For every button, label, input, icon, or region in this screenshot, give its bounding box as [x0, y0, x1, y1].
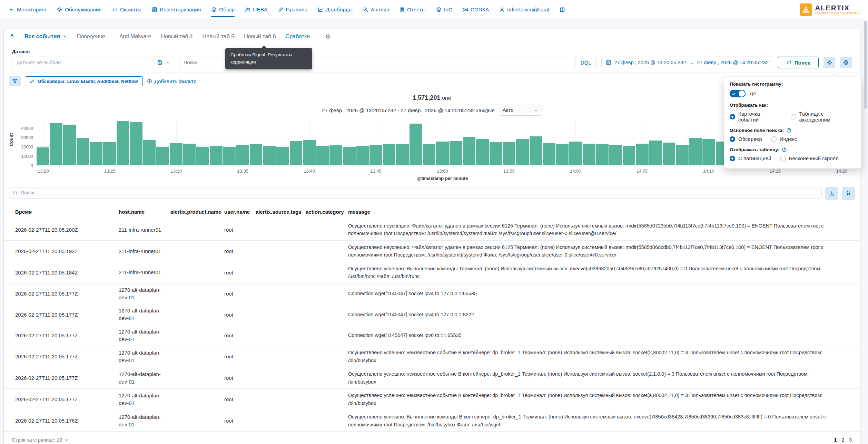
table-row[interactable]: 2026-02-27T11:20:05.177Z1270-alt-datapla… [4, 346, 860, 367]
column-header[interactable]: host.name [119, 209, 170, 215]
column-header[interactable]: action.category [306, 209, 348, 215]
nav-item-rules[interactable]: Правила [278, 0, 307, 19]
filter-pill[interactable]: Обсерверы: Linux Elastic Auditbeat, Netf… [25, 76, 143, 86]
histogram-bar[interactable] [676, 145, 689, 165]
interval-select[interactable]: Авто [499, 105, 542, 116]
nav-item-inventory[interactable]: Инвентаризация [152, 0, 201, 19]
tab-anti-malware[interactable]: Anti Malware [119, 33, 151, 40]
histogram-bar[interactable] [623, 146, 635, 165]
histogram-bar[interactable] [436, 142, 449, 165]
histogram-bar[interactable] [130, 122, 142, 165]
histogram-bar[interactable] [117, 121, 129, 165]
scrollbar-thumb[interactable] [864, 21, 867, 109]
histogram-bar[interactable] [183, 144, 196, 165]
histogram-bar[interactable] [63, 125, 76, 165]
rows-per-page-button[interactable]: Строк на странице: 10 [12, 437, 69, 443]
tab-tab5[interactable]: Новый таб 5 [203, 33, 234, 40]
nav-item-ueba[interactable]: UEBA [245, 0, 267, 19]
column-header[interactable]: user.name [224, 209, 256, 215]
histogram-bar[interactable] [103, 142, 116, 165]
nav-item-ioc[interactable]: IoC [436, 0, 452, 19]
histogram-bar[interactable] [423, 144, 436, 165]
table-row[interactable]: 2026-02-27T11:20:05.176Z1270-alt-datapla… [4, 410, 860, 432]
histogram-bar[interactable] [689, 138, 702, 165]
tab-tab6[interactable]: Новый таб 6 [244, 33, 276, 40]
histogram-bar[interactable] [276, 147, 289, 165]
nav-item-sopka[interactable]: СОПКА [463, 0, 489, 19]
histogram-bar[interactable] [143, 140, 156, 165]
results-search[interactable] [9, 187, 822, 199]
histogram-bar[interactable] [463, 137, 476, 165]
date-end[interactable]: 27 февр., 2026 @ 14:20:05:232 [697, 60, 769, 65]
histogram-bar[interactable] [250, 144, 263, 165]
histogram-bar[interactable] [609, 145, 622, 165]
results-search-input[interactable] [21, 190, 818, 195]
filter-menu-button[interactable] [9, 76, 21, 86]
nav-item-overview[interactable]: Обзор [211, 0, 235, 19]
table-row[interactable]: 2026-02-27T11:20:05.177Z1270-alt-datapla… [4, 389, 860, 410]
inspect-button[interactable] [840, 57, 852, 68]
histogram-bar[interactable] [556, 144, 569, 165]
nav-item-analysis[interactable]: Анализ [363, 0, 389, 19]
column-header[interactable]: alertix.source.tags [256, 209, 306, 215]
histogram-bar[interactable] [37, 147, 49, 165]
histogram-bar[interactable] [649, 141, 662, 165]
date-start[interactable]: 27 февр., 2026 @ 13:20:05:232 [614, 60, 686, 65]
histogram-bar[interactable] [223, 147, 236, 165]
export-button[interactable] [825, 187, 838, 200]
histogram-bar[interactable] [383, 144, 396, 165]
page-button[interactable]: 2 [841, 437, 844, 443]
settings-button[interactable] [823, 57, 835, 68]
nav-item-account[interactable]: odintsovim@local [499, 0, 549, 19]
chevron-down-icon[interactable] [166, 60, 170, 65]
histogram-bar[interactable] [490, 142, 502, 165]
column-header[interactable]: message [348, 209, 839, 215]
histogram-bar[interactable] [369, 145, 382, 165]
search-field-option[interactable]: Индекс [771, 136, 797, 142]
histogram-bar[interactable] [170, 143, 183, 165]
help-icon[interactable] [786, 128, 791, 133]
tab-behavioral[interactable]: Поведенче... [77, 33, 110, 40]
display-as-option[interactable]: Таблица с аккордеоном [791, 111, 856, 123]
histogram-bar[interactable] [543, 143, 555, 165]
histogram-bar[interactable] [663, 143, 675, 165]
tab-all-events[interactable]: Все события [24, 33, 67, 40]
histogram-bar[interactable] [636, 144, 649, 165]
help-icon[interactable] [782, 147, 787, 152]
table-mode-option[interactable]: Бесконечный скролл [780, 155, 839, 161]
table-row[interactable]: 2026-02-27T11:20:05.184Z211-infra-runner… [4, 262, 860, 283]
page-button[interactable]: 1 [834, 437, 837, 443]
histogram-bar[interactable] [356, 146, 369, 165]
nav-item-dashboards[interactable]: Дашборды [318, 0, 353, 19]
histogram-bar[interactable] [210, 146, 223, 165]
search-field-option[interactable]: Обсервер [730, 136, 762, 142]
histogram-bar[interactable] [303, 140, 316, 165]
add-filter-button[interactable]: Добавить фильтр [147, 78, 197, 84]
columns-button[interactable] [842, 187, 855, 200]
histogram-bar[interactable] [329, 145, 342, 165]
table-row[interactable]: 2026-02-27T11:20:05.177Z1270-alt-datapla… [4, 283, 860, 305]
histogram-bar[interactable] [702, 139, 715, 165]
table-row[interactable]: 2026-02-27T11:20:05.200Z211-infra-runner… [4, 219, 860, 241]
histogram-bar[interactable] [596, 144, 609, 165]
histogram-bar[interactable] [50, 123, 63, 165]
nav-item-maintenance[interactable]: Обслуживание [57, 0, 102, 19]
date-range-picker[interactable]: 27 февр., 2026 @ 13:20:05:232 → 27 февр.… [601, 57, 773, 68]
histogram-bar[interactable] [343, 147, 356, 165]
table-row[interactable]: 2026-02-27T11:20:05.177Z1270-alt-datapla… [4, 367, 860, 389]
table-row[interactable]: 2026-02-27T11:20:05.177Z1270-alt-datapla… [4, 325, 860, 346]
histogram-bar[interactable] [503, 142, 515, 165]
search-button[interactable]: Поиск [778, 57, 819, 68]
histogram-bar[interactable] [396, 144, 409, 165]
column-header[interactable]: alertix.product.name [170, 209, 224, 215]
display-as-option[interactable]: Карточка событий [730, 111, 782, 123]
histogram-bar[interactable] [516, 139, 529, 165]
table-row[interactable]: 2026-02-27T11:20:05.177Z1270-alt-datapla… [4, 304, 860, 325]
query-language-button[interactable]: DQL [575, 57, 596, 68]
histogram-bar[interactable] [156, 147, 169, 165]
histogram-bar[interactable] [77, 138, 89, 165]
histogram-bar[interactable] [196, 147, 209, 165]
nav-item-scripts[interactable]: Скрипты [112, 0, 141, 19]
table-row[interactable]: 2026-02-27T11:20:05.192Z211-infra-runner… [4, 241, 860, 262]
tab-tab4[interactable]: Новый таб 4 [161, 33, 193, 40]
